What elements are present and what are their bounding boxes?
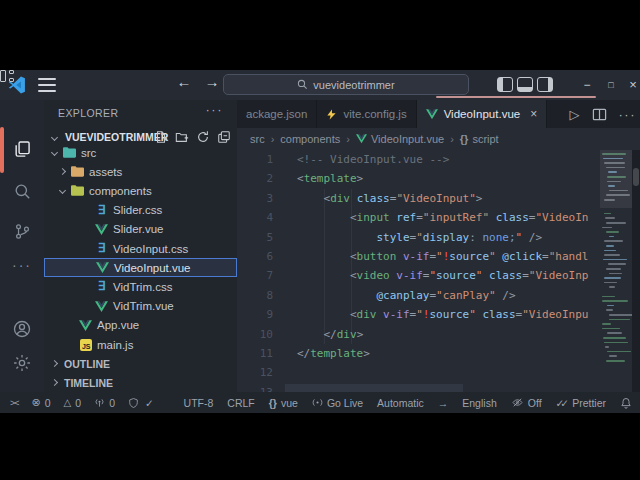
refresh-icon[interactable] [196,130,210,144]
line-number[interactable]: 1 [237,150,273,169]
toggle-panel-icon[interactable] [517,77,533,92]
minimap-line [609,319,630,321]
line-number[interactable]: 13 [237,383,273,392]
status-off[interactable]: Off [511,397,542,409]
window-minimize-button[interactable]: − [578,76,596,94]
breadcrumb-src[interactable]: src [250,133,265,145]
status-go-live[interactable]: Go Live [312,397,363,409]
tree-item-components[interactable]: components [44,181,237,200]
code-line-3[interactable]: 3 <div class="VideoInput"> [237,189,640,208]
split-editor-icon[interactable] [592,107,607,122]
code-line-8[interactable]: 8 @canplay="canPlay" /> [237,286,640,305]
line-number[interactable]: 12 [237,363,273,382]
code-editor[interactable]: 1<!-- VideoInput.vue -->2<template>3 <di… [237,150,640,392]
collapse-all-icon[interactable] [217,130,231,144]
project-root-row[interactable]: VUEVIDEOTRIMMER [44,127,237,147]
tree-item-app-vue[interactable]: App.vue [44,316,237,335]
line-number[interactable]: 9 [237,305,273,324]
menu-hamburger-icon[interactable] [38,78,56,92]
minimap-line [604,282,617,284]
status-0[interactable]: △0 [64,397,82,409]
code-line-12[interactable]: 12 [237,363,640,382]
activity-source-control-icon[interactable] [0,212,44,250]
code-line-10[interactable]: 10 </div> [237,325,640,344]
settings-gear-icon[interactable] [0,344,44,382]
status-0[interactable]: ⊗0 [32,396,51,409]
tree-item-slider-vue[interactable]: Slider.vue [44,220,237,239]
tree-item-label: Slider.vue [113,223,164,235]
window-close-button[interactable]: × [624,76,640,94]
tree-item-videoinput-css[interactable]: ∃VideoInput.css [44,239,237,258]
code-line-7[interactable]: 7 <video v-if="source" class="VideoInp [237,266,640,285]
status-shield-check[interactable]: ✓ [128,397,154,409]
status-bell[interactable] [620,397,632,409]
new-file-icon[interactable] [154,130,168,144]
status-crlf[interactable]: CRLF [227,397,254,409]
minimap-line [609,236,614,238]
line-number[interactable]: 4 [237,208,273,227]
status-vue[interactable]: {}vue [269,397,298,409]
editor-scrollbar[interactable] [632,150,640,392]
code-line-5[interactable]: 5 style="display: none;" /> [237,228,640,247]
status-→[interactable]: → [438,397,449,409]
code-line-6[interactable]: 6 <button v-if="!source" @click="handl [237,247,640,266]
tree-item-main-js[interactable]: JSmain.js [44,335,237,354]
tab-videoinput-vue[interactable]: VideoInput.vue× [417,100,548,128]
breadcrumb-components[interactable]: components [280,133,340,145]
tab-close-icon[interactable]: × [530,107,537,121]
breadcrumb-script[interactable]: {}script [460,133,499,145]
minimap-line [602,328,620,330]
run-button[interactable]: ▷ [570,107,580,122]
tree-item-videoinput-vue[interactable]: VideoInput.vue [44,258,237,277]
tree-item-vidtrim-vue[interactable]: VidTrim.vue [44,297,237,316]
activity-more-views-icon[interactable]: ··· [0,246,44,284]
code-line-1[interactable]: 1<!-- VideoInput.vue --> [237,150,640,169]
status-prettier[interactable]: ✓✓Prettier [556,397,606,409]
tree-item-assets[interactable]: assets [44,162,237,181]
section-timeline[interactable]: TIMELINE [44,373,237,392]
tree-item-label: components [89,185,152,197]
activity-search-icon[interactable] [0,172,44,210]
code-line-9[interactable]: 9 <div v-if="!source" class="VideoInpu [237,305,640,324]
command-center-search[interactable]: vuevideotrimmer [223,74,469,95]
status-utf-8[interactable]: UTF-8 [184,397,214,409]
line-number[interactable]: 3 [237,189,273,208]
nav-back-arrow[interactable]: ← [174,73,194,90]
line-number[interactable]: 2 [237,169,273,188]
toggle-secondary-sidebar-icon[interactable] [537,77,553,92]
tree-item-vidtrim-css[interactable]: ∃VidTrim.css [44,277,237,296]
minimap-line [604,342,628,344]
line-number[interactable]: 10 [237,325,273,344]
status-english[interactable]: English [462,397,496,409]
code-line-2[interactable]: 2<template> [237,169,640,188]
minimap-line [604,254,620,256]
code-line-4[interactable]: 4 <input ref="inputRef" class="VideoIn [237,208,640,227]
activity-explorer-icon[interactable] [0,130,44,168]
line-number[interactable]: 7 [237,266,273,285]
window-restore-button[interactable]: □ [602,76,620,94]
account-icon[interactable] [0,310,44,348]
editor-more-icon[interactable]: ··· [619,107,637,122]
project-root-label: VUEVIDEOTRIMMER [65,131,168,143]
minimap-line [607,305,614,307]
line-number[interactable]: 8 [237,286,273,305]
tab-ackage-json[interactable]: ackage.json [237,100,317,128]
code-line-11[interactable]: 11</template> [237,344,640,363]
line-number[interactable]: 5 [237,228,273,247]
nav-forward-arrow[interactable]: → [202,73,222,90]
new-folder-icon[interactable] [175,130,189,144]
status-0[interactable]: 0 [94,397,115,409]
breadcrumb-videoinput-vue[interactable]: VideoInput.vue [356,133,444,145]
line-number[interactable]: 11 [237,344,273,363]
toggle-sidebar-icon[interactable] [497,77,513,92]
tab-vite-config-js[interactable]: vite.config.js [317,100,416,128]
status-automatic[interactable]: Automatic [377,397,424,409]
minimap-line [607,332,622,334]
line-number[interactable]: 6 [237,247,273,266]
code-line-13[interactable]: 13<script> [237,383,640,392]
tree-item-slider-css[interactable]: ∃Slider.css [44,201,237,220]
minimap-slider[interactable] [600,150,632,208]
explorer-more-icon[interactable]: ··· [206,102,224,117]
status-remote[interactable]: >< [10,398,19,408]
section-outline[interactable]: OUTLINE [44,354,237,373]
